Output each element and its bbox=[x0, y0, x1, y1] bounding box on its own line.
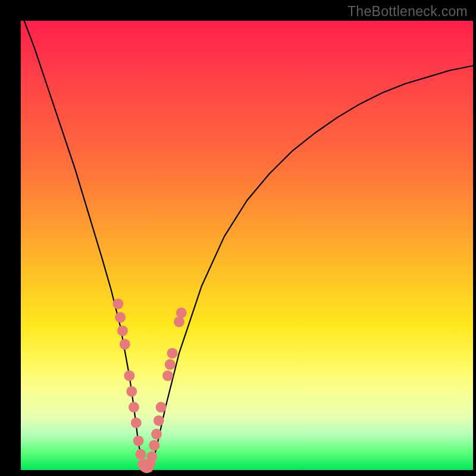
curve-layer bbox=[21, 21, 473, 470]
highlight-dot bbox=[112, 299, 123, 309]
highlight-dot bbox=[117, 325, 128, 336]
highlight-dot bbox=[133, 436, 144, 446]
highlight-dot bbox=[174, 317, 184, 327]
highlight-dot bbox=[162, 370, 173, 381]
highlight-dot bbox=[131, 418, 142, 428]
highlight-dot bbox=[165, 359, 176, 370]
highlight-dot bbox=[176, 308, 187, 318]
highlight-dot bbox=[124, 370, 134, 381]
highlight-dot bbox=[129, 402, 139, 412]
bottleneck-curve bbox=[21, 12, 473, 470]
curve-path bbox=[21, 12, 473, 470]
highlight-dot bbox=[151, 429, 162, 440]
highlight-dot bbox=[135, 449, 146, 460]
watermark-text: TheBottleneck.com bbox=[347, 4, 468, 20]
highlight-dot bbox=[120, 339, 130, 350]
highlight-dot bbox=[126, 386, 137, 397]
highlight-dot bbox=[156, 402, 167, 412]
highlight-dot bbox=[115, 312, 126, 322]
highlight-dot bbox=[146, 451, 157, 462]
highlight-dots bbox=[112, 299, 186, 474]
chart-frame: TheBottleneck.com bbox=[0, 0, 476, 476]
highlight-dot bbox=[149, 440, 159, 450]
plot-area bbox=[21, 21, 473, 470]
highlight-dot bbox=[167, 348, 178, 359]
highlight-dot bbox=[154, 415, 164, 426]
